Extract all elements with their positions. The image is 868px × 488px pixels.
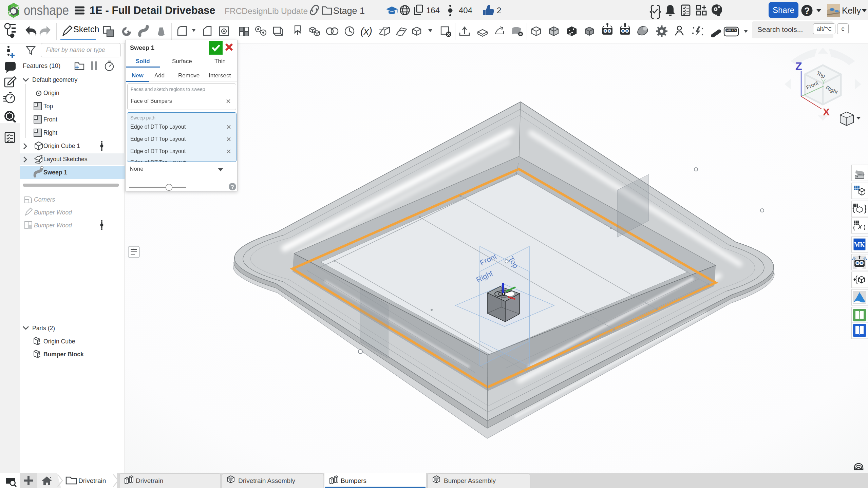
svg-text:Drivetrain Assembly: Drivetrain Assembly [238,477,295,484]
svg-text:?: ? [231,184,234,190]
svg-text:(x): (x) [360,25,372,37]
svg-text:X: X [823,106,830,117]
svg-text:Bumper Assembly: Bumper Assembly [444,477,496,484]
svg-text:?: ? [804,6,810,16]
svg-text:onshape: onshape [24,3,69,18]
svg-text:Z: Z [795,60,802,72]
svg-text:x: x [858,222,862,231]
svg-text:Y: Y [821,78,826,86]
svg-text:MK: MK [854,240,865,249]
svg-text:Drivetrain: Drivetrain [136,477,163,484]
svg-text:Drivetrain: Drivetrain [78,477,106,484]
svg-text:HELLO: HELLO [727,29,736,32]
svg-text:Bumpers: Bumpers [341,477,366,484]
